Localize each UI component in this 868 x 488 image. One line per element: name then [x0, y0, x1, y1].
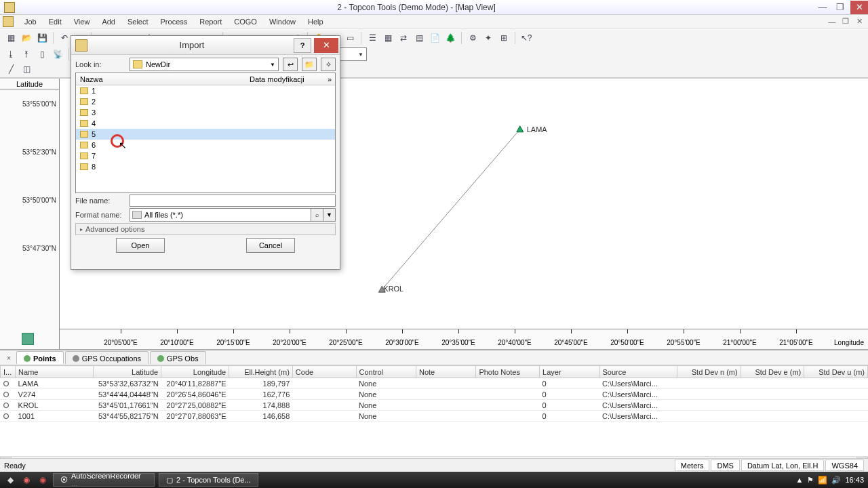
status-system[interactable]: WGS84: [825, 460, 864, 471]
tool-gps-icon[interactable]: 📡: [51, 47, 64, 61]
system-tray[interactable]: ▲ ⚑ 📶 🔊 16:43: [796, 476, 864, 485]
col-stdn[interactable]: Std Dev n (m): [677, 366, 741, 378]
folder-item[interactable]: 5: [76, 129, 335, 140]
open-button[interactable]: Open: [116, 238, 165, 253]
file-list[interactable]: Nazwa Data modyfikacji » 12345678: [75, 73, 336, 193]
tab-gps-occupations[interactable]: GPS Occupations: [65, 351, 149, 364]
menu-process[interactable]: Process: [155, 16, 193, 27]
tool-local-icon[interactable]: ⊞: [497, 31, 511, 45]
col-icon[interactable]: I...: [1, 366, 16, 378]
tool-sel-icon[interactable]: ▭: [343, 31, 357, 45]
tool-props-icon[interactable]: ☰: [366, 31, 379, 45]
tray-signal-icon[interactable]: 📶: [818, 476, 827, 485]
tool-save-icon[interactable]: 💾: [35, 31, 49, 45]
col-code[interactable]: Code: [292, 366, 356, 378]
menu-select[interactable]: Select: [122, 16, 154, 27]
tool-export-icon[interactable]: ⭱: [20, 47, 33, 61]
menu-view[interactable]: View: [68, 16, 96, 27]
folder-item[interactable]: 8: [76, 161, 335, 172]
col-note[interactable]: Note: [416, 366, 475, 378]
tab-points[interactable]: Points: [16, 351, 64, 364]
task-autoscreen[interactable]: ⦿AutoScreenRecorder ...: [53, 473, 155, 487]
table-row[interactable]: KROL53°45'01,17661"N20°27'25,00882"E174,…: [1, 400, 868, 411]
tool-filter-icon[interactable]: ▦: [381, 31, 395, 45]
filename-input[interactable]: [130, 195, 336, 207]
filelist-col-date[interactable]: Data modyfikacji: [250, 75, 324, 83]
minimize-button[interactable]: —: [814, 1, 831, 14]
folder-item[interactable]: 6: [76, 140, 335, 150]
folder-item[interactable]: 2: [76, 96, 335, 107]
app-icon[interactable]: ◉: [37, 474, 49, 486]
dialog-titlebar[interactable]: Import ? ✕: [71, 36, 340, 55]
filelist-col-name[interactable]: Nazwa: [76, 75, 250, 83]
tool-help-icon[interactable]: ↖?: [519, 31, 533, 45]
col-stde[interactable]: Std Dev e (m): [741, 366, 804, 378]
col-layer[interactable]: Layer: [540, 366, 599, 378]
menu-help[interactable]: Help: [302, 16, 329, 27]
folder-item[interactable]: 3: [76, 107, 335, 118]
tool-process-icon[interactable]: ⚙: [466, 31, 479, 45]
task-topcon[interactable]: ▢2 - Topcon Tools (De...: [159, 473, 258, 487]
tool-undo-icon[interactable]: ↶: [58, 31, 71, 45]
tab-gps-obs[interactable]: GPS Obs: [150, 351, 205, 364]
tool-draw-poly-icon[interactable]: ◫: [20, 62, 33, 76]
tool-draw-line-icon[interactable]: ╱: [4, 62, 18, 76]
tray-clock[interactable]: 16:43: [845, 476, 864, 484]
format-dd-icon[interactable]: ▼: [323, 209, 335, 221]
tool-open-icon[interactable]: 📂: [20, 31, 33, 45]
menu-report[interactable]: Report: [194, 16, 227, 27]
col-control[interactable]: Control: [356, 366, 416, 378]
col-name[interactable]: Name: [16, 366, 93, 378]
menu-add[interactable]: Add: [96, 16, 121, 27]
child-restore-button[interactable]: ❐: [840, 16, 852, 27]
cancel-button[interactable]: Cancel: [246, 238, 295, 253]
table-row[interactable]: V27453°44'44,04448"N20°26'54,86046"E162,…: [1, 389, 868, 400]
nav-up-button[interactable]: 📁: [302, 58, 317, 71]
start-icon[interactable]: ◆: [4, 474, 16, 486]
status-angle[interactable]: DMS: [711, 460, 739, 471]
col-photo[interactable]: Photo Notes: [476, 366, 540, 378]
col-latitude[interactable]: Latitude: [93, 366, 161, 378]
nav-new-button[interactable]: ✧: [321, 58, 336, 71]
status-units[interactable]: Meters: [675, 460, 710, 471]
tool-import-icon[interactable]: ⭳: [4, 47, 18, 61]
dialog-help-button[interactable]: ?: [294, 38, 311, 53]
format-combo[interactable]: All files (*.*) ⌕▼: [130, 208, 336, 222]
tray-sound-icon[interactable]: 🔊: [831, 476, 841, 485]
maximize-button[interactable]: ❐: [831, 1, 849, 14]
col-height[interactable]: Ell.Height (m): [229, 366, 293, 378]
tool-link-icon[interactable]: ⇄: [397, 31, 410, 45]
child-close-button[interactable]: ✕: [853, 16, 865, 27]
close-button[interactable]: ✕: [850, 1, 868, 14]
tabs-close-icon[interactable]: ×: [4, 354, 14, 362]
format-browse-icon[interactable]: ⌕: [311, 209, 323, 221]
menu-cogo[interactable]: COGO: [229, 16, 262, 27]
table-row[interactable]: LAMA53°53'32,63732"N20°40'11,82887"E189,…: [1, 378, 868, 389]
lookin-combo[interactable]: NewDir ▼: [130, 58, 279, 71]
nav-back-button[interactable]: ↩: [283, 58, 298, 71]
overview-icon[interactable]: [22, 333, 34, 345]
col-longitude[interactable]: Longitude: [161, 366, 229, 378]
tool-device-icon[interactable]: ▯: [35, 47, 49, 61]
advanced-toggle[interactable]: ▸Advanced options: [75, 223, 336, 235]
menu-window[interactable]: Window: [264, 16, 301, 27]
menu-edit[interactable]: Edit: [43, 16, 67, 27]
tool-table-icon[interactable]: ▤: [412, 31, 426, 45]
dialog-close-button[interactable]: ✕: [314, 38, 338, 53]
tool-adjust-icon[interactable]: ✦: [481, 31, 495, 45]
status-datum[interactable]: Datum Lat, Lon, Ell.H: [741, 460, 825, 471]
table-row[interactable]: 100153°44'55,82175"N20°27'07,88063"E146,…: [1, 411, 868, 422]
folder-item[interactable]: 7: [76, 150, 335, 161]
col-source[interactable]: Source: [599, 366, 677, 378]
filelist-more-icon[interactable]: »: [324, 75, 335, 83]
tray-up-icon[interactable]: ▲: [796, 476, 804, 484]
tool-tree-icon[interactable]: 🌲: [443, 31, 457, 45]
folder-item[interactable]: 4: [76, 118, 335, 129]
tool-report-icon[interactable]: 📄: [428, 31, 441, 45]
tray-flag-icon[interactable]: ⚑: [807, 476, 814, 485]
menu-job[interactable]: Job: [19, 16, 42, 27]
chrome-icon[interactable]: ◉: [20, 474, 33, 486]
child-minimize-button[interactable]: —: [826, 16, 838, 27]
points-table[interactable]: I... Name Latitude Longitude Ell.Height …: [0, 365, 868, 456]
col-stdu[interactable]: Std Dev u (m): [804, 366, 868, 378]
